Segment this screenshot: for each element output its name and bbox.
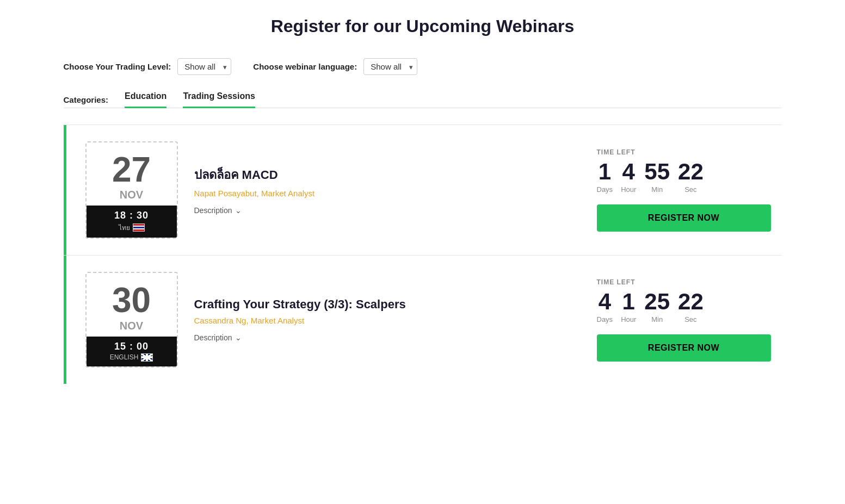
webinar-info: ปลดล็อค MACD Napat Posayabut, Market Ana… [194, 165, 597, 215]
date-lang: ENGLISH [87, 353, 177, 364]
countdown-days-unit: Days [597, 185, 613, 194]
language-label-text: ไทย [119, 222, 130, 233]
categories-label: Categories: [64, 95, 109, 104]
date-box: 27 NOV 18 : 30 ไทย [85, 141, 178, 239]
countdown-days-number: 4 [599, 290, 611, 313]
tab-education[interactable]: Education [125, 91, 166, 108]
trading-level-filter: Choose Your Trading Level: Show all [64, 58, 232, 75]
webinar-info: Crafting Your Strategy (3/3): Scalpers C… [194, 297, 597, 342]
webinar-title: Crafting Your Strategy (3/3): Scalpers [194, 297, 586, 312]
date-box: 30 NOV 15 : 00 ENGLISH [85, 272, 178, 367]
description-toggle-button[interactable]: Description ⌄ [194, 206, 242, 215]
countdown-days-number: 1 [599, 160, 611, 183]
date-time: 15 : 00 [87, 341, 177, 352]
trading-level-select[interactable]: Show all [177, 58, 231, 75]
language-filter: Choose webinar language: Show all [253, 58, 417, 75]
date-day: 27 [112, 142, 151, 189]
date-month: NOV [120, 320, 143, 332]
countdown-hours: 1 Hour [621, 290, 636, 323]
date-time: 18 : 30 [87, 210, 177, 221]
date-day: 30 [112, 273, 151, 319]
language-select[interactable]: Show all [363, 58, 417, 75]
time-left-label: TIME LEFT [597, 148, 771, 156]
webinar-author: Napat Posayabut, Market Analyst [194, 189, 586, 198]
countdown-hours-number: 1 [622, 290, 635, 313]
register-now-button[interactable]: REGISTER NOW [597, 204, 771, 232]
countdown-days: 4 Days [597, 290, 613, 323]
date-lang: ไทย [87, 222, 177, 235]
countdown-min-unit: Min [651, 315, 663, 323]
countdown-min-number: 55 [644, 160, 670, 183]
flag-gb-icon [141, 353, 153, 362]
tab-trading-sessions[interactable]: Trading Sessions [183, 91, 255, 108]
countdown-sec-unit: Sec [684, 315, 696, 323]
date-time-bar: 15 : 00 ENGLISH [87, 337, 177, 366]
countdown-hours: 4 Hour [621, 160, 636, 194]
countdown-grid: 4 Days 1 Hour 25 Min 22 Sec [597, 290, 771, 323]
countdown-min-number: 25 [644, 290, 670, 313]
webinar-title: ปลดล็อค MACD [194, 165, 586, 184]
countdown-days-unit: Days [597, 315, 613, 323]
categories-row: Categories: Education Trading Sessions [64, 91, 782, 108]
countdown-days: 1 Days [597, 160, 613, 194]
countdown-hours-number: 4 [622, 160, 635, 183]
webinar-card: 27 NOV 18 : 30 ไทย ปลดล็อค MACD Napat Po… [64, 125, 782, 255]
language-select-wrapper: Show all [363, 58, 417, 75]
chevron-down-icon: ⌄ [235, 206, 242, 215]
description-toggle-button[interactable]: Description ⌄ [194, 333, 242, 342]
time-left-label: TIME LEFT [597, 278, 771, 286]
webinar-author: Cassandra Ng, Market Analyst [194, 316, 586, 325]
language-label: Choose webinar language: [253, 62, 357, 71]
countdown-sec: 22 Sec [678, 160, 704, 194]
webinar-card: 30 NOV 15 : 00 ENGLISH Crafting Your Str… [64, 255, 782, 383]
webinar-list: 27 NOV 18 : 30 ไทย ปลดล็อค MACD Napat Po… [64, 125, 782, 384]
trading-level-select-wrapper: Show all [177, 58, 231, 75]
countdown-hours-unit: Hour [621, 315, 636, 323]
chevron-down-icon: ⌄ [235, 333, 242, 342]
countdown-sec-number: 22 [678, 290, 704, 313]
register-now-button[interactable]: REGISTER NOW [597, 334, 771, 362]
language-label-text: ENGLISH [110, 353, 139, 361]
page-title: Register for our Upcoming Webinars [64, 16, 782, 36]
countdown-sec-unit: Sec [684, 185, 696, 194]
flag-thai-icon [133, 223, 145, 232]
date-time-bar: 18 : 30 ไทย [87, 206, 177, 238]
countdown-min: 55 Min [644, 160, 670, 194]
countdown-grid: 1 Days 4 Hour 55 Min 22 Sec [597, 160, 771, 194]
countdown-sec-number: 22 [678, 160, 704, 183]
webinar-countdown: TIME LEFT 1 Days 4 Hour 55 Min [597, 148, 771, 232]
webinar-countdown: TIME LEFT 4 Days 1 Hour 25 Min [597, 278, 771, 362]
trading-level-label: Choose Your Trading Level: [64, 62, 171, 71]
countdown-min: 25 Min [644, 290, 670, 323]
date-month: NOV [120, 189, 143, 201]
countdown-min-unit: Min [651, 185, 663, 194]
filters-row: Choose Your Trading Level: Show all Choo… [64, 58, 782, 75]
countdown-hours-unit: Hour [621, 185, 636, 194]
countdown-sec: 22 Sec [678, 290, 704, 323]
